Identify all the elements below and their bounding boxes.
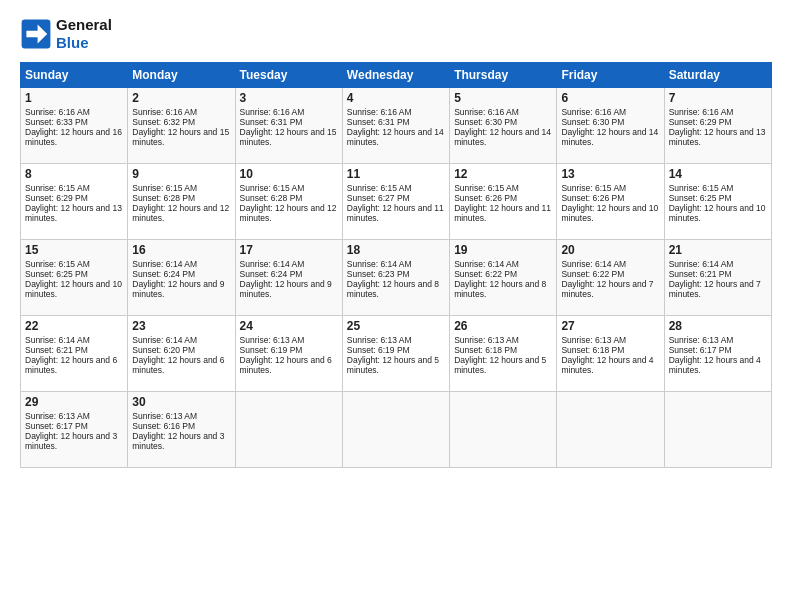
sunset-label: Sunset: 6:32 PM [132, 117, 195, 127]
sunrise-label: Sunrise: 6:15 AM [561, 183, 626, 193]
sunrise-label: Sunrise: 6:13 AM [669, 335, 734, 345]
daylight-label: Daylight: 12 hours and 15 minutes. [132, 127, 229, 147]
day-number: 10 [240, 167, 338, 181]
daylight-label: Daylight: 12 hours and 10 minutes. [669, 203, 766, 223]
daylight-label: Daylight: 12 hours and 10 minutes. [561, 203, 658, 223]
daylight-label: Daylight: 12 hours and 5 minutes. [454, 355, 546, 375]
calendar-cell [450, 392, 557, 468]
calendar-cell: 16 Sunrise: 6:14 AM Sunset: 6:24 PM Dayl… [128, 240, 235, 316]
sunset-label: Sunset: 6:29 PM [669, 117, 732, 127]
day-number: 30 [132, 395, 230, 409]
daylight-label: Daylight: 12 hours and 13 minutes. [669, 127, 766, 147]
calendar-cell: 25 Sunrise: 6:13 AM Sunset: 6:19 PM Dayl… [342, 316, 449, 392]
daylight-label: Daylight: 12 hours and 14 minutes. [561, 127, 658, 147]
calendar-cell: 21 Sunrise: 6:14 AM Sunset: 6:21 PM Dayl… [664, 240, 771, 316]
daylight-label: Daylight: 12 hours and 7 minutes. [561, 279, 653, 299]
calendar-cell: 19 Sunrise: 6:14 AM Sunset: 6:22 PM Dayl… [450, 240, 557, 316]
calendar-cell: 3 Sunrise: 6:16 AM Sunset: 6:31 PM Dayli… [235, 88, 342, 164]
day-number: 5 [454, 91, 552, 105]
sunrise-label: Sunrise: 6:14 AM [669, 259, 734, 269]
sunrise-label: Sunrise: 6:16 AM [454, 107, 519, 117]
col-monday: Monday [128, 63, 235, 88]
day-number: 29 [25, 395, 123, 409]
sunset-label: Sunset: 6:33 PM [25, 117, 88, 127]
day-number: 9 [132, 167, 230, 181]
day-number: 8 [25, 167, 123, 181]
sunset-label: Sunset: 6:30 PM [454, 117, 517, 127]
day-number: 18 [347, 243, 445, 257]
sunset-label: Sunset: 6:27 PM [347, 193, 410, 203]
day-number: 17 [240, 243, 338, 257]
sunrise-label: Sunrise: 6:16 AM [561, 107, 626, 117]
sunrise-label: Sunrise: 6:14 AM [454, 259, 519, 269]
calendar-cell [664, 392, 771, 468]
day-number: 11 [347, 167, 445, 181]
daylight-label: Daylight: 12 hours and 3 minutes. [25, 431, 117, 451]
day-number: 13 [561, 167, 659, 181]
sunrise-label: Sunrise: 6:13 AM [240, 335, 305, 345]
sunset-label: Sunset: 6:18 PM [454, 345, 517, 355]
calendar-cell: 11 Sunrise: 6:15 AM Sunset: 6:27 PM Dayl… [342, 164, 449, 240]
daylight-label: Daylight: 12 hours and 7 minutes. [669, 279, 761, 299]
calendar-cell [557, 392, 664, 468]
sunrise-label: Sunrise: 6:15 AM [347, 183, 412, 193]
day-number: 26 [454, 319, 552, 333]
col-saturday: Saturday [664, 63, 771, 88]
sunrise-label: Sunrise: 6:16 AM [25, 107, 90, 117]
sunset-label: Sunset: 6:17 PM [25, 421, 88, 431]
day-number: 1 [25, 91, 123, 105]
calendar-cell: 22 Sunrise: 6:14 AM Sunset: 6:21 PM Dayl… [21, 316, 128, 392]
col-wednesday: Wednesday [342, 63, 449, 88]
calendar-cell: 26 Sunrise: 6:13 AM Sunset: 6:18 PM Dayl… [450, 316, 557, 392]
week-row: 1 Sunrise: 6:16 AM Sunset: 6:33 PM Dayli… [21, 88, 772, 164]
sunrise-label: Sunrise: 6:13 AM [347, 335, 412, 345]
daylight-label: Daylight: 12 hours and 10 minutes. [25, 279, 122, 299]
sunset-label: Sunset: 6:31 PM [240, 117, 303, 127]
calendar-cell: 27 Sunrise: 6:13 AM Sunset: 6:18 PM Dayl… [557, 316, 664, 392]
sunset-label: Sunset: 6:24 PM [132, 269, 195, 279]
day-number: 6 [561, 91, 659, 105]
daylight-label: Daylight: 12 hours and 4 minutes. [669, 355, 761, 375]
daylight-label: Daylight: 12 hours and 4 minutes. [561, 355, 653, 375]
sunrise-label: Sunrise: 6:15 AM [669, 183, 734, 193]
sunset-label: Sunset: 6:30 PM [561, 117, 624, 127]
calendar-cell: 23 Sunrise: 6:14 AM Sunset: 6:20 PM Dayl… [128, 316, 235, 392]
daylight-label: Daylight: 12 hours and 8 minutes. [347, 279, 439, 299]
calendar-cell: 7 Sunrise: 6:16 AM Sunset: 6:29 PM Dayli… [664, 88, 771, 164]
day-number: 25 [347, 319, 445, 333]
daylight-label: Daylight: 12 hours and 11 minutes. [347, 203, 444, 223]
sunset-label: Sunset: 6:21 PM [669, 269, 732, 279]
daylight-label: Daylight: 12 hours and 12 minutes. [240, 203, 337, 223]
day-number: 24 [240, 319, 338, 333]
day-number: 3 [240, 91, 338, 105]
sunset-label: Sunset: 6:23 PM [347, 269, 410, 279]
daylight-label: Daylight: 12 hours and 15 minutes. [240, 127, 337, 147]
page-container: General Blue Sunday Monday Tuesday Wedne… [0, 0, 792, 478]
sunset-label: Sunset: 6:18 PM [561, 345, 624, 355]
day-number: 12 [454, 167, 552, 181]
sunrise-label: Sunrise: 6:13 AM [454, 335, 519, 345]
col-sunday: Sunday [21, 63, 128, 88]
sunset-label: Sunset: 6:31 PM [347, 117, 410, 127]
daylight-label: Daylight: 12 hours and 16 minutes. [25, 127, 122, 147]
sunset-label: Sunset: 6:22 PM [561, 269, 624, 279]
day-number: 15 [25, 243, 123, 257]
logo-text: General Blue [56, 16, 112, 52]
calendar-cell: 8 Sunrise: 6:15 AM Sunset: 6:29 PM Dayli… [21, 164, 128, 240]
daylight-label: Daylight: 12 hours and 9 minutes. [240, 279, 332, 299]
calendar-cell: 6 Sunrise: 6:16 AM Sunset: 6:30 PM Dayli… [557, 88, 664, 164]
sunrise-label: Sunrise: 6:16 AM [132, 107, 197, 117]
sunrise-label: Sunrise: 6:16 AM [347, 107, 412, 117]
day-number: 16 [132, 243, 230, 257]
calendar-cell: 17 Sunrise: 6:14 AM Sunset: 6:24 PM Dayl… [235, 240, 342, 316]
daylight-label: Daylight: 12 hours and 6 minutes. [25, 355, 117, 375]
week-row: 29 Sunrise: 6:13 AM Sunset: 6:17 PM Dayl… [21, 392, 772, 468]
day-number: 22 [25, 319, 123, 333]
calendar-cell: 4 Sunrise: 6:16 AM Sunset: 6:31 PM Dayli… [342, 88, 449, 164]
day-number: 14 [669, 167, 767, 181]
calendar-cell: 1 Sunrise: 6:16 AM Sunset: 6:33 PM Dayli… [21, 88, 128, 164]
sunset-label: Sunset: 6:19 PM [347, 345, 410, 355]
day-number: 28 [669, 319, 767, 333]
calendar-cell: 29 Sunrise: 6:13 AM Sunset: 6:17 PM Dayl… [21, 392, 128, 468]
sunrise-label: Sunrise: 6:14 AM [132, 335, 197, 345]
